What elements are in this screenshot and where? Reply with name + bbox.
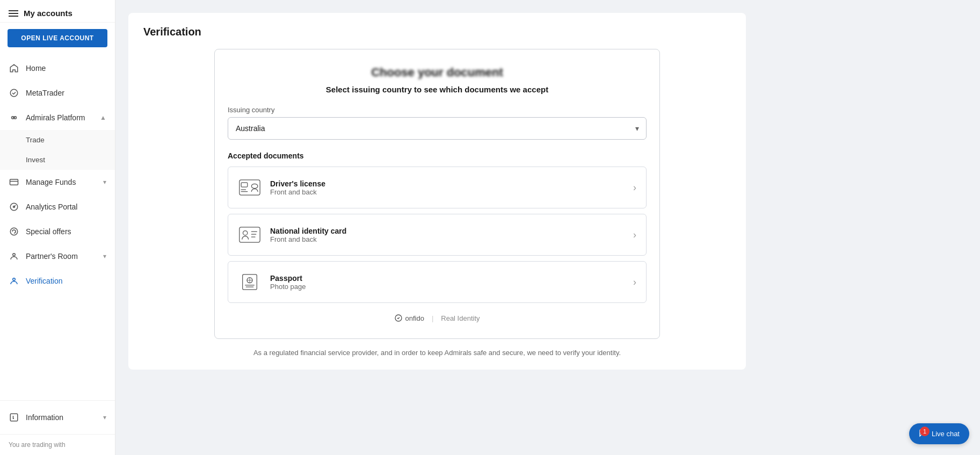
- sidebar-item-manage-funds[interactable]: Manage Funds ▾: [0, 170, 115, 194]
- admirals-icon: [9, 112, 19, 123]
- sidebar-item-partners-room-label: Partner's Room: [26, 252, 97, 261]
- sidebar-item-invest[interactable]: Invest: [0, 150, 115, 170]
- main-content: Verification Choose your document Select…: [115, 0, 980, 455]
- sidebar-item-home[interactable]: Home: [0, 56, 115, 81]
- sidebar-item-analytics-portal-label: Analytics Portal: [26, 203, 106, 211]
- information-chevron: ▾: [103, 414, 106, 421]
- drivers-license-text: Driver's license Front and back: [270, 179, 633, 196]
- drivers-license-option[interactable]: Driver's license Front and back ›: [228, 167, 647, 208]
- sidebar-item-information[interactable]: Information ▾: [0, 405, 115, 430]
- sidebar-item-special-offers[interactable]: Special offers: [0, 219, 115, 244]
- special-offers-icon: [9, 226, 19, 237]
- national-id-text: National identity card Front and back: [270, 227, 633, 243]
- live-chat-badge: 1: [920, 427, 930, 436]
- sidebar-item-home-label: Home: [26, 64, 106, 73]
- sidebar-item-metatrader-label: MetaTrader: [26, 89, 106, 97]
- sidebar-item-partners-room[interactable]: Partner's Room ▾: [0, 244, 115, 269]
- sidebar-navigation: Home MetaTrader Admirals Platform ▲: [0, 54, 115, 400]
- passport-text: Passport Photo page: [270, 274, 633, 291]
- manage-funds-chevron: ▾: [103, 178, 106, 186]
- drivers-license-sub: Front and back: [270, 188, 633, 196]
- onfido-divider: |: [432, 314, 433, 322]
- national-id-arrow-icon: ›: [633, 229, 636, 241]
- svg-point-6: [10, 228, 18, 235]
- choose-doc-subheading: Select issuing country to see which docu…: [228, 85, 647, 94]
- home-icon: [9, 63, 19, 74]
- passport-option[interactable]: Passport Photo page ›: [228, 261, 647, 303]
- national-id-icon: [238, 223, 262, 247]
- sidebar-item-analytics-portal[interactable]: Analytics Portal: [0, 194, 115, 219]
- sidebar-item-admirals-platform[interactable]: Admirals Platform ▲: [0, 105, 115, 130]
- sidebar-title: My accounts: [24, 9, 72, 18]
- country-select-wrapper: Australia United Kingdom Germany France …: [228, 117, 647, 140]
- choose-doc-blurred-heading: Choose your document: [228, 66, 647, 80]
- partners-room-icon: [9, 251, 19, 262]
- national-id-name: National identity card: [270, 227, 633, 235]
- svg-point-14: [243, 231, 248, 235]
- svg-point-7: [13, 254, 16, 256]
- verification-icon: [9, 276, 19, 286]
- sidebar-item-metatrader[interactable]: MetaTrader: [0, 81, 115, 105]
- analytics-icon: [9, 201, 19, 212]
- svg-point-8: [13, 278, 16, 281]
- trading-with-label: You are trading with: [0, 434, 115, 455]
- onfido-label: onfido: [405, 314, 424, 322]
- live-chat-label: Live chat: [932, 430, 960, 438]
- verification-box: Choose your document Select issuing coun…: [214, 49, 660, 339]
- passport-sub: Photo page: [270, 283, 633, 291]
- live-chat-button[interactable]: 1 Live chat: [909, 423, 969, 444]
- svg-rect-13: [239, 227, 260, 242]
- sidebar-item-manage-funds-label: Manage Funds: [26, 178, 97, 186]
- sidebar: My accounts OPEN LIVE ACCOUNT Home MetaT…: [0, 0, 115, 455]
- manage-funds-icon: [9, 177, 19, 187]
- onfido-footer: onfido | Real Identity: [228, 314, 647, 322]
- issuing-country-label: Issuing country: [228, 106, 647, 114]
- footer-note: As a regulated financial service provide…: [214, 349, 660, 357]
- svg-rect-9: [10, 414, 18, 421]
- admirals-platform-chevron: ▲: [100, 114, 106, 121]
- svg-point-0: [10, 89, 18, 97]
- country-select[interactable]: Australia United Kingdom Germany France …: [228, 117, 647, 140]
- drivers-license-icon: [238, 176, 262, 199]
- metatrader-icon: [9, 88, 19, 98]
- sidebar-item-admirals-platform-label: Admirals Platform: [26, 113, 93, 122]
- accepted-docs-label: Accepted documents: [228, 151, 647, 160]
- open-live-account-button[interactable]: OPEN LIVE ACCOUNT: [8, 29, 107, 47]
- drivers-license-name: Driver's license: [270, 179, 633, 188]
- sidebar-item-verification-label: Verification: [26, 277, 106, 285]
- drivers-license-arrow-icon: ›: [633, 182, 636, 193]
- national-id-sub: Front and back: [270, 235, 633, 243]
- page-title: Verification: [143, 26, 731, 38]
- page-card: Verification Choose your document Select…: [128, 13, 746, 370]
- admirals-platform-submenu: Trade Invest: [0, 130, 115, 170]
- sidebar-item-special-offers-label: Special offers: [26, 227, 106, 236]
- onfido-logo: onfido: [394, 314, 424, 322]
- info-icon: [9, 412, 19, 423]
- svg-rect-3: [10, 179, 18, 185]
- onfido-tagline: Real Identity: [441, 314, 480, 322]
- passport-icon: [238, 270, 262, 294]
- sidebar-item-verification[interactable]: Verification: [0, 269, 115, 293]
- svg-rect-11: [241, 183, 248, 187]
- sidebar-header: My accounts: [0, 0, 115, 23]
- national-id-option[interactable]: National identity card Front and back ›: [228, 214, 647, 256]
- svg-point-12: [251, 184, 258, 188]
- sidebar-item-information-label: Information: [26, 413, 97, 422]
- chat-icon-wrap: 1: [919, 429, 927, 439]
- sidebar-item-trade[interactable]: Trade: [0, 130, 115, 150]
- passport-name: Passport: [270, 274, 633, 283]
- partners-room-chevron: ▾: [103, 252, 106, 260]
- hamburger-menu-icon[interactable]: [9, 10, 18, 17]
- passport-arrow-icon: ›: [633, 277, 636, 288]
